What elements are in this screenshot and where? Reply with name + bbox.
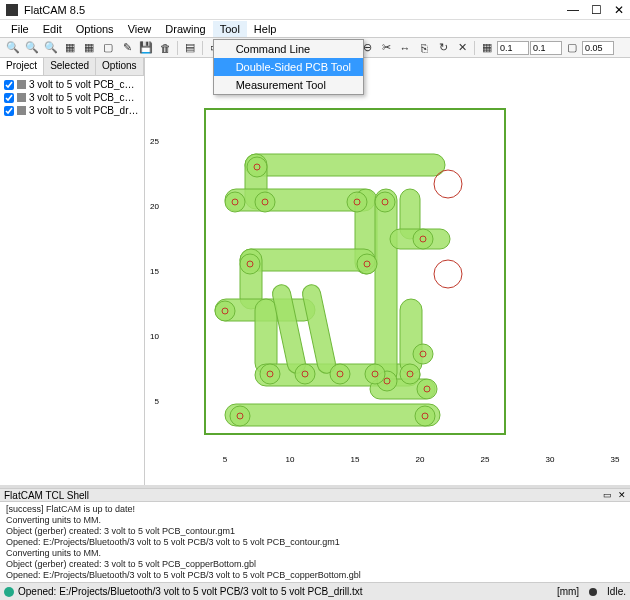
svg-point-35	[413, 229, 433, 249]
menu-file[interactable]: File	[4, 21, 36, 37]
y-tick: 25	[150, 137, 159, 146]
minimize-button[interactable]: —	[567, 3, 579, 17]
svg-point-31	[400, 364, 420, 384]
project-label-1: 3 volt to 5 volt PCB_copperBottom.gbl	[29, 92, 140, 103]
menu-edit[interactable]: Edit	[36, 21, 69, 37]
project-check-1[interactable]	[4, 93, 14, 103]
grid-snap-icon[interactable]: ▦	[478, 40, 496, 56]
snap-dist-input[interactable]	[582, 41, 614, 55]
svg-point-19	[255, 192, 275, 212]
save-geo-icon[interactable]: 💾	[137, 40, 155, 56]
menu-view[interactable]: View	[121, 21, 159, 37]
cut-path-icon[interactable]: ✂	[377, 40, 395, 56]
shell-line: Converting units to MM.	[6, 548, 624, 559]
svg-point-18	[225, 192, 245, 212]
shell-line: Object (gerber) created: 3 volt to 5 vol…	[6, 559, 624, 570]
project-item-copper[interactable]: 3 volt to 5 volt PCB_copperBottom.gbl	[2, 91, 142, 104]
zoom-out-icon[interactable]: 🔍	[42, 40, 60, 56]
svg-rect-7	[255, 299, 277, 374]
x-tick: 25	[481, 455, 490, 464]
zoom-in-icon[interactable]: 🔍	[23, 40, 41, 56]
copper-layer	[215, 154, 450, 426]
edit-geo-icon[interactable]: ✎	[118, 40, 136, 56]
toolbar-sep-2	[202, 41, 203, 55]
toolbar-sep-1	[177, 41, 178, 55]
clear-plot-icon[interactable]: ▦	[61, 40, 79, 56]
svg-point-32	[230, 406, 250, 426]
zoom-fit-icon[interactable]: 🔍	[4, 40, 22, 56]
shell-line: [success] FlatCAM is up to date!	[6, 504, 624, 515]
x-tick: 35	[611, 455, 620, 464]
grid-x-input[interactable]	[497, 41, 529, 55]
gerber-icon	[17, 80, 26, 89]
delete-icon[interactable]: 🗑	[156, 40, 174, 56]
svg-point-34	[413, 344, 433, 364]
canvas[interactable]: 25 20 15 10 5 5 10 15 20 25 30 35	[145, 58, 630, 485]
grid-y-input[interactable]	[530, 41, 562, 55]
move-icon[interactable]: ↔	[396, 40, 414, 56]
svg-point-37	[434, 260, 462, 288]
tool-double-sided-pcb[interactable]: Double-Sided PCB Tool	[214, 58, 363, 76]
close-button[interactable]: ✕	[614, 3, 624, 17]
svg-point-28	[295, 364, 315, 384]
svg-point-17	[247, 157, 267, 177]
corner-snap-icon[interactable]: ▢	[563, 40, 581, 56]
svg-rect-12	[375, 189, 397, 384]
svg-point-22	[215, 301, 235, 321]
delete-shape-icon[interactable]: ✕	[453, 40, 471, 56]
menu-options[interactable]: Options	[69, 21, 121, 37]
tab-selected[interactable]: Selected	[44, 58, 96, 75]
menu-help[interactable]: Help	[247, 21, 284, 37]
svg-point-23	[240, 254, 260, 274]
tool-dropdown: Command Line Double-Sided PCB Tool Measu…	[213, 39, 364, 95]
svg-rect-16	[225, 404, 440, 426]
svg-point-20	[347, 192, 367, 212]
project-list: 3 volt to 5 volt PCB_contour.gm1 3 volt …	[0, 76, 144, 485]
project-item-contour[interactable]: 3 volt to 5 volt PCB_contour.gm1	[2, 78, 142, 91]
tool-measurement[interactable]: Measurement Tool	[214, 76, 363, 94]
left-panel: Project Selected Options Tool 3 volt to …	[0, 58, 145, 485]
shell-line: Converting units to MM.	[6, 515, 624, 526]
project-label-0: 3 volt to 5 volt PCB_contour.gm1	[29, 79, 140, 90]
shell-close-icon[interactable]: ✕	[618, 490, 626, 500]
shell-line: Opened: E:/Projects/Bluetooth/3 volt to …	[6, 570, 624, 581]
status-units: [mm]	[557, 586, 579, 597]
status-message: Opened: E:/Projects/Bluetooth/3 volt to …	[18, 586, 557, 597]
project-check-0[interactable]	[4, 80, 14, 90]
status-idle-icon	[589, 588, 597, 596]
shell-title: FlatCAM TCL Shell	[4, 490, 603, 501]
svg-point-27	[260, 364, 280, 384]
y-tick: 15	[150, 267, 159, 276]
svg-point-24	[357, 254, 377, 274]
menu-tool[interactable]: Tool Command Line Double-Sided PCB Tool …	[213, 21, 247, 37]
x-tick: 5	[223, 455, 228, 464]
plot-svg: 25 20 15 10 5 5 10 15 20 25 30 35	[145, 58, 630, 485]
svg-point-30	[365, 364, 385, 384]
app-title: FlatCAM 8.5	[24, 4, 567, 16]
toolbar-sep-3	[474, 41, 475, 55]
tab-project[interactable]: Project	[0, 58, 44, 75]
shell-undock-icon[interactable]: ▭	[603, 490, 612, 500]
project-item-drill[interactable]: 3 volt to 5 volt PCB_drill.txt	[2, 104, 142, 117]
copy-icon[interactable]: ⎘	[415, 40, 433, 56]
shell-icon[interactable]: ▤	[181, 40, 199, 56]
status-ok-icon	[4, 587, 14, 597]
y-tick: 20	[150, 202, 159, 211]
maximize-button[interactable]: ☐	[591, 3, 602, 17]
replot-icon[interactable]: ▦	[80, 40, 98, 56]
new-geo-icon[interactable]: ▢	[99, 40, 117, 56]
tool-command-line[interactable]: Command Line	[214, 40, 363, 58]
svg-point-36	[434, 170, 462, 198]
y-tick: 10	[150, 332, 159, 341]
x-tick: 20	[416, 455, 425, 464]
left-tabs: Project Selected Options Tool	[0, 58, 144, 76]
titlebar: FlatCAM 8.5 — ☐ ✕	[0, 0, 630, 20]
tab-options[interactable]: Options	[96, 58, 143, 75]
project-label-2: 3 volt to 5 volt PCB_drill.txt	[29, 105, 140, 116]
shell-output[interactable]: [success] FlatCAM is up to date! Convert…	[0, 502, 630, 582]
menu-drawing[interactable]: Drawing	[158, 21, 212, 37]
project-check-2[interactable]	[4, 106, 14, 116]
shell-line: Object (gerber) created: 3 volt to 5 vol…	[6, 526, 624, 537]
gerber-icon	[17, 93, 26, 102]
rotate-icon[interactable]: ↻	[434, 40, 452, 56]
